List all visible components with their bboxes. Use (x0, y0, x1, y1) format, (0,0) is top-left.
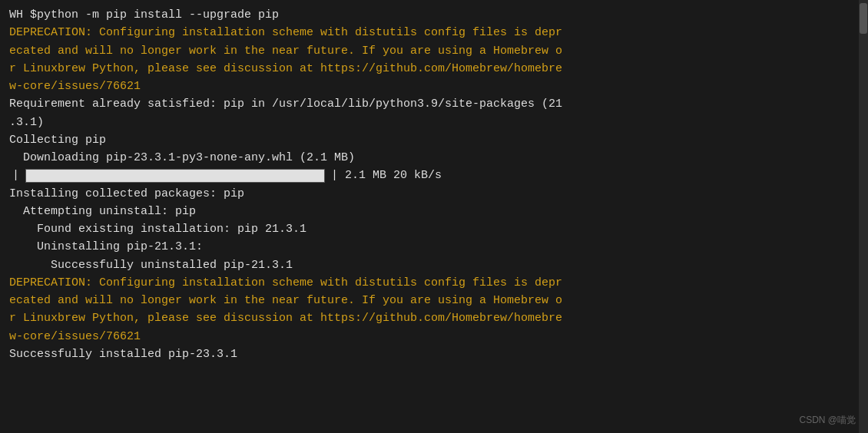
terminal-line: w-core/issues/76621 (9, 328, 850, 345)
progress-bar-fill (26, 170, 324, 182)
terminal-line: Uninstalling pip-21.3.1: (9, 238, 850, 256)
terminal-line: Collecting pip (9, 131, 850, 149)
terminal-line: Found existing installation: pip 21.3.1 (9, 220, 850, 238)
terminal-line: Successfully installed pip-23.3.1 (9, 345, 850, 363)
terminal-line: r Linuxbrew Python, please see discussio… (9, 309, 850, 327)
terminal-line: Requirement already satisfied: pip in /u… (9, 95, 850, 113)
scrollbar-thumb[interactable] (860, 3, 867, 34)
terminal-line: Successfully uninstalled pip-21.3.1 (9, 256, 850, 274)
terminal-line: Downloading pip-23.3.1-py3-none-any.whl … (9, 149, 850, 167)
progress-bar-pipe-left: | (12, 167, 19, 184)
terminal-line: DEPRECATION: Configuring installation sc… (9, 24, 850, 41)
progress-bar-line: | | 2.1 MB 20 kB/s (9, 167, 850, 184)
terminal-line: w-core/issues/76621 (9, 78, 850, 95)
scrollbar[interactable] (859, 0, 868, 433)
terminal-line: ecated and will no longer work in the ne… (9, 42, 850, 60)
terminal-line: .3.1) (9, 114, 850, 131)
terminal-window: WH $python -m pip install --upgrade pip … (0, 0, 868, 433)
terminal-output: WH $python -m pip install --upgrade pip … (0, 0, 859, 433)
terminal-line: Installing collected packages: pip (9, 185, 850, 203)
terminal-line: r Linuxbrew Python, please see discussio… (9, 60, 850, 78)
terminal-line: ecated and will no longer work in the ne… (9, 292, 850, 309)
terminal-line: Attempting uninstall: pip (9, 203, 850, 220)
terminal-line: DEPRECATION: Configuring installation sc… (9, 274, 850, 292)
terminal-line: WH $python -m pip install --upgrade pip (9, 6, 850, 24)
progress-bar-stats: | 2.1 MB 20 kB/s (331, 167, 442, 184)
watermark: CSDN @喵觉 (799, 414, 856, 427)
progress-bar (25, 169, 325, 183)
